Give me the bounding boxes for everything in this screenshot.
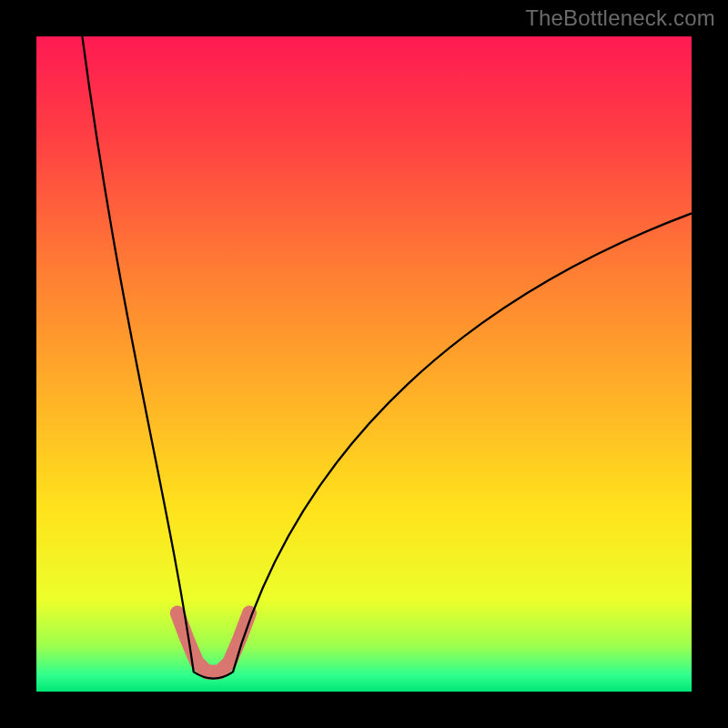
trough-marker: [177, 613, 249, 672]
plot-area: [36, 36, 692, 692]
curve-line: [82, 36, 692, 679]
watermark-text: TheBottleneck.com: [525, 5, 715, 31]
bottleneck-curve: [36, 36, 692, 692]
chart-frame: TheBottleneck.com: [0, 0, 728, 728]
